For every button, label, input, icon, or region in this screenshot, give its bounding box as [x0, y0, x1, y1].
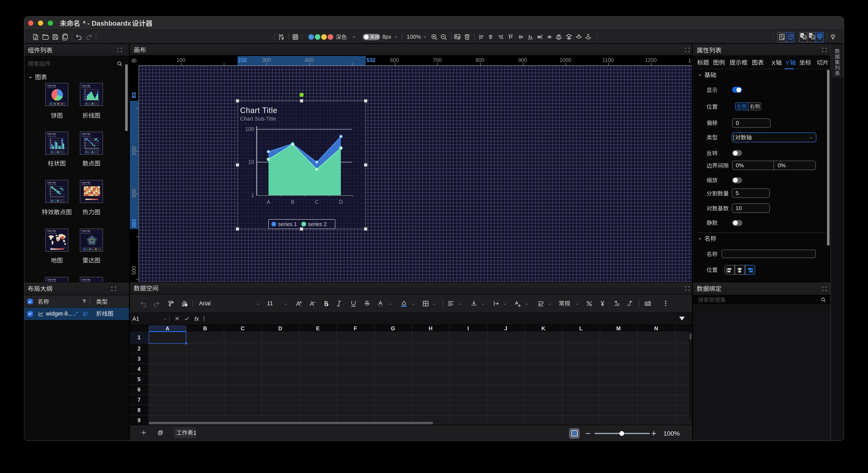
svg-text:series 2: series 2	[308, 221, 327, 227]
svg-text:A: A	[52, 149, 53, 150]
svg-text:100: 100	[245, 126, 254, 132]
svg-text:D: D	[63, 103, 64, 104]
svg-text:series 2: series 2	[91, 248, 95, 250]
svg-text:30: 30	[49, 193, 50, 194]
svg-text:series 1: series 1	[87, 151, 91, 153]
svg-text:series 1: series 1	[87, 103, 91, 104]
svg-text:series 2: series 2	[59, 151, 63, 153]
svg-text:x: x	[812, 36, 813, 39]
svg-text:D: D	[98, 100, 98, 101]
svg-text:0: 0	[628, 303, 630, 306]
svg-text:20: 20	[49, 147, 50, 148]
svg-text:1433080080: 1433080080	[61, 247, 66, 248]
svg-text:A: A	[86, 100, 87, 101]
svg-text:60: 60	[83, 147, 84, 148]
svg-text:En: En	[803, 36, 806, 39]
svg-text:00: 00	[616, 303, 619, 306]
svg-text:C: C	[59, 103, 60, 104]
svg-text:1: 1	[251, 192, 254, 198]
svg-text:A: A	[267, 199, 270, 205]
svg-text:60: 60	[49, 186, 50, 187]
svg-text:A: A	[52, 103, 53, 104]
svg-text:OS: OS	[818, 35, 821, 37]
svg-text:80: 80	[83, 142, 84, 143]
svg-text:20: 20	[83, 98, 84, 99]
svg-text:30: 30	[83, 96, 84, 97]
svg-text:60: 60	[49, 137, 50, 139]
svg-text:90: 90	[83, 140, 84, 141]
svg-text:40: 40	[49, 191, 50, 192]
svg-text:4786980: 4786980	[50, 247, 54, 248]
svg-text:series 2: series 2	[59, 200, 63, 201]
svg-text:10: 10	[248, 159, 254, 165]
svg-text:95.2: 95.2	[95, 149, 97, 150]
svg-text:80.8: 80.8	[92, 149, 94, 150]
svg-text:50: 50	[83, 91, 84, 92]
svg-text:60.4: 60.4	[89, 149, 91, 150]
svg-text:series 2: series 2	[93, 151, 97, 153]
svg-text:D: D	[62, 149, 63, 150]
svg-text:C: C	[315, 199, 318, 205]
svg-text:series 3: series 3	[97, 248, 101, 250]
svg-text:series 1: series 1	[53, 200, 57, 201]
svg-text:En: En	[809, 34, 812, 37]
svg-text:B: B	[91, 100, 92, 101]
svg-text:40: 40	[49, 142, 50, 143]
svg-text:100: 100	[83, 137, 85, 139]
svg-text:B: B	[291, 199, 294, 205]
svg-text:series 1: series 1	[278, 221, 297, 227]
svg-text:0: 0	[84, 199, 85, 200]
svg-text:C: C	[94, 100, 95, 101]
svg-text:50: 50	[49, 140, 50, 141]
svg-text:40: 40	[83, 94, 84, 95]
svg-text:series 2: series 2	[93, 103, 97, 104]
svg-text:B: B	[56, 103, 57, 104]
svg-text:50: 50	[49, 188, 50, 189]
svg-text:x: x	[801, 34, 803, 37]
svg-text:70: 70	[83, 144, 84, 146]
svg-text:D: D	[339, 199, 343, 205]
svg-text:B: B	[56, 149, 56, 150]
svg-text:30: 30	[49, 144, 50, 146]
svg-text:C: C	[59, 149, 60, 150]
svg-text:60: 60	[83, 89, 84, 90]
svg-text:40.0: 40.0	[85, 149, 87, 150]
svg-text:5: 5	[98, 199, 99, 200]
svg-text:series 1: series 1	[85, 248, 89, 250]
svg-text:series 1: series 1	[53, 151, 57, 153]
